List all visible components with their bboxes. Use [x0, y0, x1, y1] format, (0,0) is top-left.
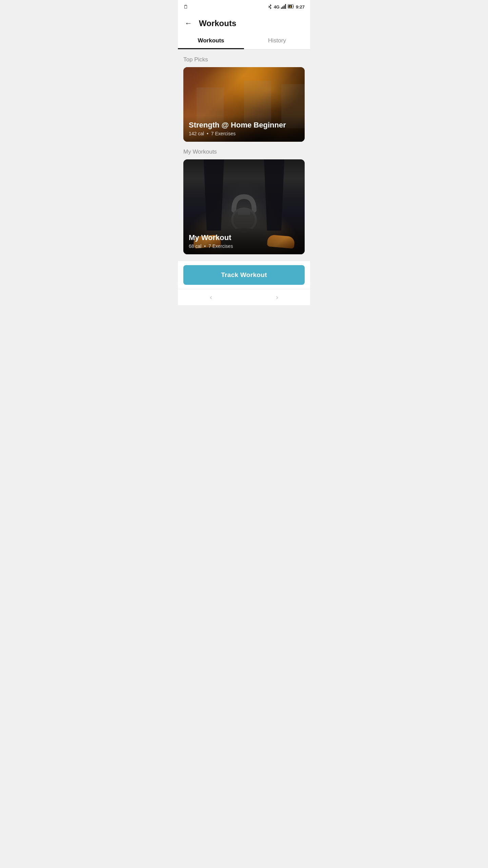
back-button[interactable]: ← [183, 18, 194, 29]
my-workout-exercises: 7 Exercises [208, 243, 233, 249]
my-workout-calories: 68 cal [189, 243, 201, 249]
svg-rect-2 [284, 5, 285, 9]
dot-separator-2: • [204, 243, 206, 249]
page-title: Workouts [199, 19, 236, 28]
main-content: Top Picks Strength @ Home Beginner [178, 50, 310, 254]
nav-arrow-right[interactable]: › [276, 293, 278, 301]
my-workout-meta: 68 cal • 7 Exercises [189, 243, 299, 249]
strength-home-beginner-title: Strength @ Home Beginner [189, 121, 299, 130]
my-workout-overlay: My Workout 68 cal • 7 Exercises [183, 228, 305, 254]
status-bar-right: 4G ⚡ 9:27 [268, 4, 305, 10]
top-picks-title: Top Picks [183, 56, 305, 63]
nav-arrow-left[interactable]: ‹ [210, 293, 212, 301]
dot-separator: • [207, 131, 208, 136]
track-button-wrapper: Track Workout [178, 261, 310, 289]
svg-rect-3 [285, 4, 286, 9]
my-workouts-title: My Workouts [183, 149, 305, 155]
signal-indicator: 4G [274, 4, 280, 9]
strength-exercises: 7 Exercises [211, 131, 236, 136]
tabs-container: Workouts History [178, 32, 310, 50]
time-display: 9:27 [296, 4, 305, 9]
svg-text:⚡: ⚡ [289, 5, 292, 8]
header: ← Workouts [178, 14, 310, 32]
svg-rect-0 [281, 7, 282, 9]
clipboard-icon: 🗒 [183, 4, 188, 9]
tab-workouts[interactable]: Workouts [178, 32, 244, 49]
strength-home-beginner-meta: 142 cal • 7 Exercises [189, 131, 299, 136]
track-workout-button[interactable]: Track Workout [183, 265, 305, 285]
status-bar-left: 🗒 [183, 4, 188, 9]
strength-calories: 142 cal [189, 131, 204, 136]
my-workout-card[interactable]: My Workout 68 cal • 7 Exercises [183, 159, 305, 254]
svg-rect-1 [282, 6, 283, 9]
battery-icon: ⚡ [288, 4, 294, 9]
status-bar: 🗒 4G ⚡ 9:27 [178, 0, 310, 14]
top-picks-section: Top Picks Strength @ Home Beginner [183, 56, 305, 142]
strength-home-beginner-card[interactable]: Strength @ Home Beginner 142 cal • 7 Exe… [183, 67, 305, 142]
my-workout-title: My Workout [189, 233, 299, 242]
bluetooth-icon [268, 4, 272, 10]
signal-bars [281, 4, 286, 10]
bottom-nav: ‹ › [178, 289, 310, 305]
tab-history[interactable]: History [244, 32, 310, 49]
strength-home-beginner-overlay: Strength @ Home Beginner 142 cal • 7 Exe… [183, 115, 305, 142]
my-workouts-section: My Workouts [183, 149, 305, 254]
